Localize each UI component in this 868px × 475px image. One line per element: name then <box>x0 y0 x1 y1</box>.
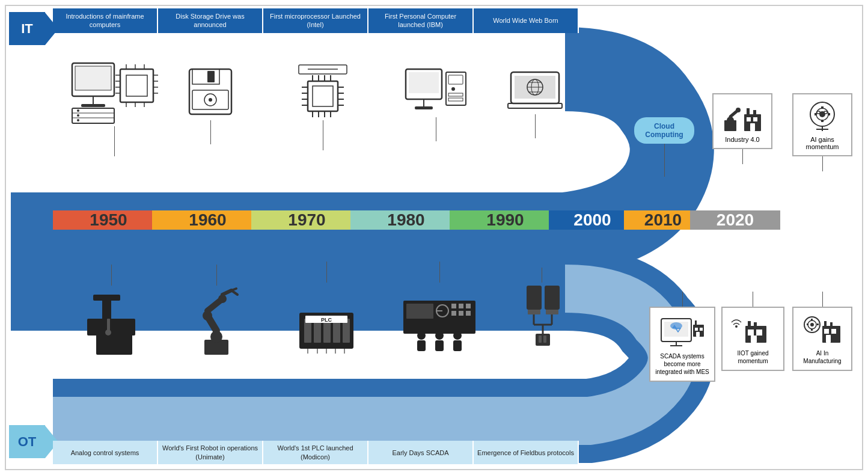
it-icon-disk <box>186 66 234 144</box>
svg-point-111 <box>453 331 462 340</box>
svg-rect-72 <box>93 295 120 301</box>
svg-rect-59 <box>448 93 463 96</box>
svg-rect-27 <box>192 69 219 84</box>
ot-arrow: OT <box>9 425 58 458</box>
ot-icon-analog <box>78 265 144 358</box>
iiot-connector-top <box>753 292 753 307</box>
it-labels-bar: Introductions of mainframe computers Dis… <box>53 8 579 33</box>
ot-label-fieldbus: Emergence of Fieldbus protocols <box>474 441 579 464</box>
it-icon-pc <box>403 66 469 141</box>
iiot-item: IIOT gained momentum <box>721 292 784 371</box>
iiot-icon <box>730 313 775 346</box>
svg-rect-115 <box>528 310 540 314</box>
decade-2000-label: 2000 <box>573 210 611 230</box>
svg-point-58 <box>451 87 455 91</box>
decade-1960-label: 1960 <box>189 210 226 230</box>
mainframe-icon <box>66 60 162 126</box>
processor-icon <box>296 63 350 120</box>
svg-rect-165 <box>824 329 829 334</box>
decade-1990: 1990 <box>450 210 561 230</box>
iiot-box: IIOT gained momentum <box>721 307 784 371</box>
svg-rect-138 <box>821 120 824 122</box>
decade-2020: 2020 <box>690 210 780 230</box>
analog-connector-top <box>111 265 112 286</box>
plc-connector-top <box>326 262 327 283</box>
disk-icon <box>186 66 234 120</box>
robot-icon <box>183 286 249 358</box>
fieldbus-icon <box>515 283 569 349</box>
decade-1970-label: 1970 <box>288 210 325 230</box>
cloud-computing-label: CloudComputing <box>634 117 694 144</box>
cloud-connector <box>664 144 665 177</box>
industry-40-box: Industry 4.0 <box>712 93 772 149</box>
svg-rect-153 <box>695 328 698 331</box>
svg-rect-175 <box>807 323 808 325</box>
svg-rect-121 <box>536 334 550 346</box>
svg-rect-106 <box>466 311 471 316</box>
svg-point-107 <box>417 331 426 340</box>
decade-1950-label: 1950 <box>90 210 127 230</box>
svg-rect-159 <box>756 329 762 336</box>
decade-1990-label: 1990 <box>486 210 524 230</box>
svg-text:PLC: PLC <box>321 317 332 323</box>
scada-mes-icon <box>658 313 706 349</box>
svg-rect-69 <box>96 334 132 355</box>
industry-40-text: Industry 4.0 <box>718 136 766 143</box>
svg-rect-142 <box>824 111 827 114</box>
svg-rect-116 <box>546 310 558 314</box>
svg-rect-108 <box>417 340 426 351</box>
svg-rect-4 <box>120 69 153 102</box>
svg-rect-60 <box>448 98 463 101</box>
svg-rect-104 <box>451 311 456 316</box>
decade-1960: 1960 <box>152 210 263 230</box>
svg-point-23 <box>77 109 79 112</box>
svg-rect-33 <box>313 86 333 106</box>
svg-rect-123 <box>543 336 546 343</box>
svg-rect-1 <box>75 66 111 90</box>
svg-rect-112 <box>453 340 462 351</box>
svg-line-81 <box>222 290 231 295</box>
pc-connector <box>436 117 436 141</box>
svg-point-24 <box>77 114 79 117</box>
it-icon-mainframe <box>66 60 162 156</box>
svg-rect-132 <box>747 108 750 115</box>
scada-connector-top <box>439 262 440 283</box>
ot-label-analog: Analog control systems <box>53 441 158 464</box>
decade-1980: 1980 <box>350 210 462 230</box>
svg-rect-57 <box>448 75 463 84</box>
it-label: IT <box>9 12 45 45</box>
svg-rect-103 <box>466 304 471 308</box>
robot-connector-top <box>216 265 217 286</box>
scada-mes-item: SCADA systems become more integrated wit… <box>649 292 715 382</box>
decade-2000: 2000 <box>549 210 636 230</box>
it-label-pc: First Personal Computer launched (IBM) <box>368 8 474 33</box>
svg-rect-174 <box>811 329 813 331</box>
svg-rect-155 <box>696 332 700 337</box>
it-label-disk: Disk Storage Drive was announced <box>158 8 263 33</box>
ai-manufacturing-box: AI In Manufacturing <box>792 307 852 371</box>
svg-rect-140 <box>828 113 830 115</box>
ai-head-icon <box>801 99 843 132</box>
svg-line-83 <box>231 289 236 290</box>
scada-icon <box>400 283 478 355</box>
cloud-computing-item: CloudComputing <box>634 117 694 177</box>
svg-point-127 <box>736 108 741 112</box>
ot-icon-plc: PLC <box>293 262 359 355</box>
svg-point-31 <box>209 98 212 102</box>
ot-icon-fieldbus <box>515 268 569 349</box>
svg-point-172 <box>810 323 814 326</box>
svg-rect-71 <box>102 298 111 320</box>
ai-momentum-item: AI gains momentum <box>792 93 852 171</box>
it-icon-www <box>505 66 565 138</box>
svg-rect-55 <box>415 106 433 109</box>
svg-rect-73 <box>107 319 110 331</box>
ai-mfg-connector-top <box>822 292 823 307</box>
ai-mfg-text: AI In Manufacturing <box>798 349 846 365</box>
svg-rect-160 <box>751 336 757 343</box>
industry-40-item: Industry 4.0 <box>712 93 772 164</box>
ot-icon-robot <box>183 265 249 358</box>
svg-rect-161 <box>748 321 751 327</box>
ai-mfg-icon <box>801 313 843 346</box>
svg-rect-129 <box>747 117 751 121</box>
ot-labels-bar: Analog control systems World's First Rob… <box>53 441 579 464</box>
